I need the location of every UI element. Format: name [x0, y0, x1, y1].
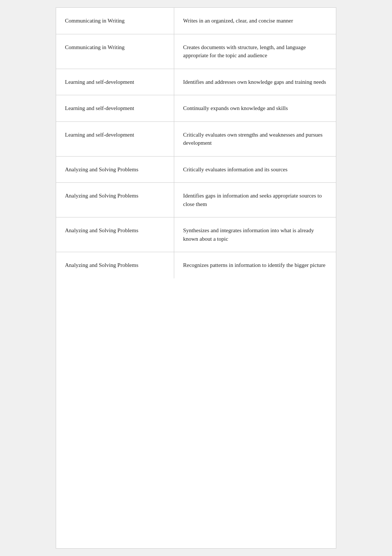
- category-cell: Analyzing and Solving Problems: [56, 183, 174, 217]
- competency-table: Communicating in WritingWrites in an org…: [56, 7, 336, 549]
- description-cell: Critically evaluates own strengths and w…: [174, 122, 336, 156]
- category-cell: Analyzing and Solving Problems: [56, 217, 174, 252]
- description-cell: Recognizes patterns in information to id…: [174, 252, 336, 278]
- category-cell: Analyzing and Solving Problems: [56, 157, 174, 183]
- table-row: Communicating in WritingCreates document…: [56, 34, 336, 69]
- description-cell: Continually expands own knowledge and sk…: [174, 95, 336, 121]
- description-cell: Critically evaluates information and its…: [174, 157, 336, 183]
- table-row: Learning and self-developmentContinually…: [56, 95, 336, 122]
- category-cell: Learning and self-development: [56, 69, 174, 95]
- description-cell: Creates documents with structure, length…: [174, 34, 336, 69]
- table-row: Analyzing and Solving ProblemsIdentifies…: [56, 183, 336, 217]
- table-row: Learning and self-developmentCritically …: [56, 122, 336, 157]
- category-cell: Analyzing and Solving Problems: [56, 252, 174, 278]
- table-row: Analyzing and Solving ProblemsSynthesize…: [56, 217, 336, 252]
- table-row: Analyzing and Solving ProblemsCritically…: [56, 157, 336, 183]
- table-row: Learning and self-developmentIdentifies …: [56, 69, 336, 96]
- table-row: Communicating in WritingWrites in an org…: [56, 8, 336, 34]
- description-cell: Identifies gaps in information and seeks…: [174, 183, 336, 217]
- category-cell: Communicating in Writing: [56, 34, 174, 69]
- category-cell: Communicating in Writing: [56, 8, 174, 34]
- description-cell: Writes in an organized, clear, and conci…: [174, 8, 336, 34]
- description-cell: Identifies and addresses own knowledge g…: [174, 69, 336, 95]
- table-row: Analyzing and Solving ProblemsRecognizes…: [56, 252, 336, 278]
- category-cell: Learning and self-development: [56, 122, 174, 156]
- description-cell: Synthesizes and integrates information i…: [174, 217, 336, 252]
- category-cell: Learning and self-development: [56, 95, 174, 121]
